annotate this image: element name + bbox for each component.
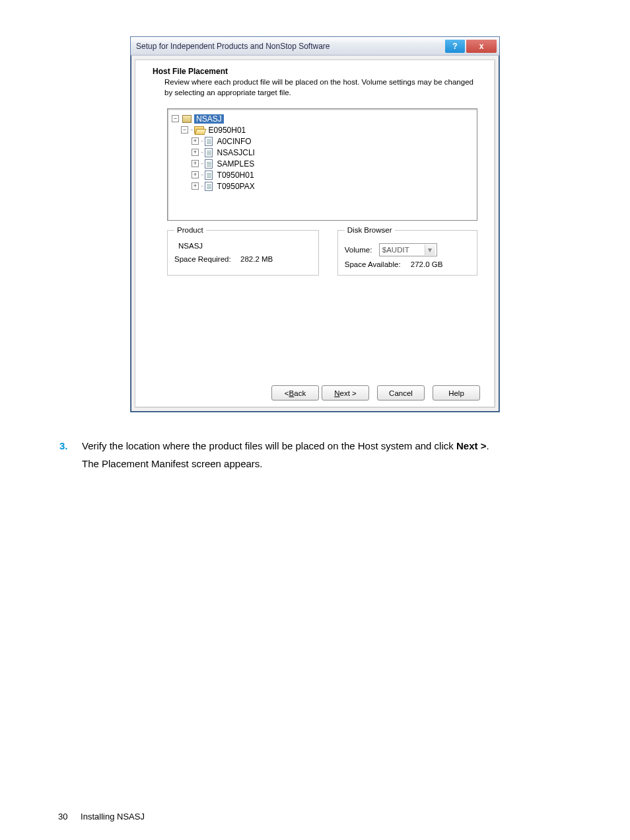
tree-label[interactable]: NSASJ [194, 114, 224, 124]
page-number: 30 [58, 812, 67, 821]
titlebar: Setup for Independent Products and NonSt… [131, 37, 499, 56]
page-footer: 30 Installing NSASJ [58, 812, 145, 821]
chevron-down-icon[interactable]: ▾ [425, 245, 435, 255]
footer-section: Installing NSASJ [81, 812, 145, 821]
tree-label[interactable]: E0950H01 [207, 126, 248, 135]
step-number: 3. [59, 439, 82, 453]
file-tree[interactable]: − NSASJ − ·· E0950H01 + ·· A0CINFO [167, 108, 477, 221]
file-icon [205, 137, 213, 146]
space-required-value: 282.2 MB [240, 255, 273, 263]
file-icon [205, 171, 213, 180]
tree-node-file[interactable]: + ·· T0950H01 [172, 169, 473, 180]
file-icon [205, 148, 213, 157]
help-button[interactable]: Help [433, 385, 480, 401]
tree-label[interactable]: A0CINFO [215, 137, 254, 146]
space-available-label: Space Available: [345, 260, 411, 268]
window-title: Setup for Independent Products and NonSt… [136, 42, 444, 51]
step-followup: The Placement Manifest screen appears. [82, 457, 571, 471]
page-description: Review where each product file will be p… [153, 76, 477, 98]
tree-label[interactable]: NSASJCLI [215, 148, 257, 157]
page-title: Host File Placement [153, 67, 477, 76]
back-button[interactable]: < Back [271, 385, 319, 401]
collapse-icon[interactable]: − [181, 126, 188, 134]
tree-node-file[interactable]: + ·· NSASJCLI [172, 147, 473, 158]
cancel-button[interactable]: Cancel [377, 385, 425, 401]
file-icon [205, 159, 213, 169]
file-icon [205, 182, 213, 191]
next-button[interactable]: Next > [322, 385, 369, 401]
expand-icon[interactable]: + [192, 171, 199, 178]
disk-browser-legend: Disk Browser [345, 226, 395, 234]
tree-connector: ·· [201, 182, 203, 190]
tree-label[interactable]: SAMPLES [215, 159, 257, 169]
tree-label[interactable]: T0950PAX [215, 182, 257, 191]
dialog-body: Host File Placement Review where each pr… [135, 59, 495, 408]
expand-icon[interactable]: + [192, 182, 199, 190]
tree-node-root[interactable]: − NSASJ [172, 113, 473, 124]
tree-node-file[interactable]: + ·· A0CINFO [172, 135, 473, 147]
titlebar-close-button[interactable]: x [466, 40, 497, 53]
instruction-step: 3. Verify the location where the product… [59, 439, 571, 453]
tree-node-file[interactable]: + ·· SAMPLES [172, 158, 473, 169]
volume-label: Volume: [345, 246, 379, 254]
tree-connector: ·· [201, 171, 203, 178]
tree-node-file[interactable]: + ·· T0950PAX [172, 180, 473, 192]
tree-connector: ·· [190, 126, 193, 134]
space-required-label: Space Required: [174, 255, 240, 263]
expand-icon[interactable]: + [192, 160, 199, 167]
tree-label[interactable]: T0950H01 [215, 171, 256, 180]
expand-icon[interactable]: + [192, 137, 199, 145]
expand-icon[interactable]: + [192, 149, 199, 156]
disk-browser-group: Disk Browser Volume: $AUDIT ▾ Space Avai… [337, 226, 477, 276]
product-legend: Product [174, 226, 206, 234]
tree-connector: ·· [201, 160, 203, 167]
volume-dropdown[interactable]: $AUDIT ▾ [379, 243, 437, 256]
setup-dialog: Setup for Independent Products and NonSt… [130, 36, 500, 412]
step-text: Verify the location where the product fi… [82, 439, 571, 453]
volume-value: $AUDIT [382, 246, 409, 254]
titlebar-help-button[interactable]: ? [445, 40, 465, 53]
tree-node-folder[interactable]: − ·· E0950H01 [172, 124, 473, 135]
folder-open-icon [194, 126, 204, 134]
collapse-icon[interactable]: − [172, 115, 179, 122]
space-available-value: 272.0 GB [411, 260, 443, 268]
product-icon [182, 115, 192, 123]
tree-connector: ·· [201, 149, 203, 156]
wizard-buttons: < Back Next > Cancel Help [135, 381, 495, 403]
product-group: Product NSASJ Space Required: 282.2 MB [167, 226, 319, 276]
product-name: NSASJ [174, 239, 312, 251]
tree-connector: ·· [201, 137, 203, 145]
